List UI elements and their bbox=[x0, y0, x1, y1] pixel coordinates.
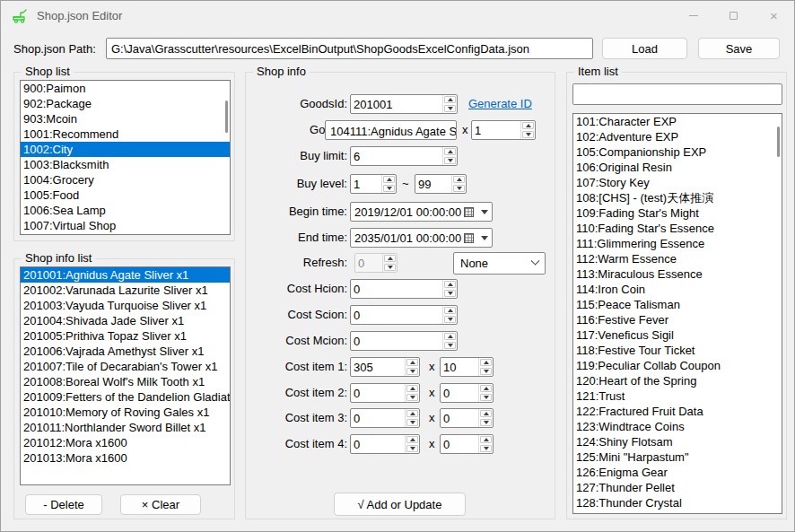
spinner-arrows-icon[interactable] bbox=[405, 384, 419, 402]
cost-item-2-id-spinner[interactable]: 0 bbox=[350, 383, 420, 403]
spinner-arrows-icon[interactable] bbox=[405, 435, 419, 453]
scrollbar-thumb[interactable] bbox=[225, 100, 228, 133]
path-input[interactable] bbox=[106, 38, 593, 59]
list-item[interactable]: 127:Thunder Pellet bbox=[573, 480, 782, 495]
item-listbox[interactable]: 101:Character EXP102:Adventure EXP105:Co… bbox=[572, 113, 782, 514]
list-item[interactable]: 201013:Mora x1600 bbox=[21, 450, 230, 466]
shop-listbox[interactable]: 900:Paimon902:Package903:Mcoin1001:Recom… bbox=[20, 80, 231, 235]
spinner-arrows-icon[interactable] bbox=[478, 358, 493, 376]
list-item[interactable]: 111:Glimmering Essence bbox=[573, 236, 782, 251]
load-button[interactable]: Load bbox=[602, 38, 687, 59]
list-item[interactable]: 1003:Blacksmith bbox=[21, 157, 230, 172]
maximize-button[interactable] bbox=[713, 1, 754, 30]
cost-item-1-id-spinner[interactable]: 305 bbox=[350, 357, 420, 377]
list-item[interactable]: 126:Enigma Gear bbox=[573, 465, 782, 480]
list-item[interactable]: 113:Miraculous Essence bbox=[573, 266, 782, 282]
list-item[interactable]: 119:Peculiar Collab Coupon bbox=[573, 358, 782, 373]
spinner-arrows-icon[interactable] bbox=[442, 95, 457, 113]
list-item[interactable]: 107:Story Key bbox=[573, 175, 782, 190]
spinner-arrows-icon[interactable] bbox=[381, 175, 396, 193]
list-item[interactable]: 101:Character EXP bbox=[573, 114, 782, 129]
scrollbar-thumb[interactable] bbox=[777, 126, 780, 157]
list-item[interactable]: 102:Adventure EXP bbox=[573, 129, 782, 144]
list-item[interactable]: 201007:Tile of Decarabian's Tower x1 bbox=[21, 359, 230, 374]
minimize-button[interactable] bbox=[673, 1, 713, 30]
buy-limit-spinner[interactable]: 6 bbox=[350, 146, 458, 166]
goods-count-spinner[interactable]: 1 bbox=[471, 120, 536, 140]
list-item[interactable]: 1005:Food bbox=[21, 188, 230, 203]
goodsid-spinner[interactable]: 201001 bbox=[350, 94, 458, 114]
spinner-arrows-icon[interactable] bbox=[442, 147, 457, 165]
begin-time-picker[interactable]: 2019/12/01 00:00:00 bbox=[350, 202, 493, 222]
list-item[interactable]: 1001:Recommend bbox=[21, 126, 230, 142]
list-item[interactable]: 114:Iron Coin bbox=[573, 282, 782, 297]
add-or-update-button[interactable]: √ Add or Update bbox=[334, 493, 466, 516]
spinner-arrows-icon[interactable] bbox=[405, 409, 419, 427]
clear-button[interactable]: × Clear bbox=[120, 494, 201, 515]
list-item[interactable]: 124:Shiny Flotsam bbox=[573, 434, 782, 449]
list-item[interactable]: 112:Warm Essence bbox=[573, 251, 782, 266]
list-item[interactable]: 201006:Vajrada Amethyst Sliver x1 bbox=[21, 344, 230, 359]
cost-scion-spinner[interactable]: 0 bbox=[350, 305, 458, 325]
list-item[interactable]: 902:Package bbox=[21, 96, 230, 111]
list-item[interactable]: 1002:City bbox=[21, 142, 230, 157]
cost-item-2-count-spinner[interactable]: 0 bbox=[440, 383, 494, 403]
cost-item-3-id-spinner[interactable]: 0 bbox=[350, 408, 420, 428]
list-item[interactable]: 1004:Grocery bbox=[21, 172, 230, 188]
list-item[interactable]: 125:Mini "Harpastum" bbox=[573, 449, 782, 465]
spinner-arrows-icon[interactable] bbox=[442, 306, 457, 324]
goods-input[interactable]: 104111:Agnidus Agate Sliver bbox=[325, 120, 457, 140]
delete-button[interactable]: - Delete bbox=[25, 494, 102, 515]
cost-mcion-spinner[interactable]: 0 bbox=[350, 331, 458, 351]
spinner-arrows-icon[interactable] bbox=[442, 280, 457, 298]
list-item[interactable]: 110:Fading Star's Essence bbox=[573, 221, 782, 236]
list-item[interactable]: 201011:Northlander Sword Billet x1 bbox=[21, 420, 230, 435]
dropdown-arrow-icon[interactable] bbox=[481, 236, 488, 240]
list-item[interactable]: 201004:Shivada Jade Sliver x1 bbox=[21, 313, 230, 328]
list-item[interactable]: 903:Mcoin bbox=[21, 111, 230, 126]
list-item[interactable]: 1007:Virtual Shop bbox=[21, 218, 230, 233]
list-item[interactable]: 108:[CHS] - (test)天体推演 bbox=[573, 190, 782, 205]
list-item[interactable]: 201005:Prithiva Topaz Sliver x1 bbox=[21, 328, 230, 344]
list-item[interactable]: 201003:Vayuda Turquoise Sliver x1 bbox=[21, 298, 230, 313]
cost-item-4-id-spinner[interactable]: 0 bbox=[350, 434, 420, 454]
list-item[interactable]: 201012:Mora x1600 bbox=[21, 435, 230, 450]
list-item[interactable]: 201010:Memory of Roving Gales x1 bbox=[21, 405, 230, 420]
cost-hcion-spinner[interactable]: 0 bbox=[350, 279, 458, 299]
shop-info-listbox[interactable]: 201001:Agnidus Agate Sliver x1201002:Var… bbox=[20, 266, 231, 485]
spinner-arrows-icon[interactable] bbox=[405, 358, 419, 376]
spinner-arrows-icon[interactable] bbox=[478, 435, 493, 453]
cost-item-3-count-spinner[interactable]: 0 bbox=[440, 408, 494, 428]
buy-level-min-spinner[interactable]: 1 bbox=[350, 174, 397, 194]
list-item[interactable]: 900:Paimon bbox=[21, 81, 230, 96]
dropdown-arrow-icon[interactable] bbox=[481, 210, 488, 214]
spinner-arrows-icon[interactable] bbox=[451, 175, 466, 193]
refresh-mode-dropdown[interactable]: None bbox=[453, 252, 546, 275]
end-time-picker[interactable]: 2035/01/01 00:00:00 bbox=[350, 228, 493, 248]
list-item[interactable]: 120:Heart of the Spring bbox=[573, 373, 782, 388]
buy-level-max-spinner[interactable]: 99 bbox=[415, 174, 467, 194]
list-item[interactable]: 201008:Boreal Wolf's Milk Tooth x1 bbox=[21, 374, 230, 389]
item-search-input[interactable] bbox=[572, 83, 782, 105]
generate-id-link[interactable]: Generate ID bbox=[468, 94, 532, 114]
spinner-arrows-icon[interactable] bbox=[478, 384, 493, 402]
list-item[interactable]: 201002:Varunada Lazurite Sliver x1 bbox=[21, 283, 230, 298]
list-item[interactable]: 201009:Fetters of the Dandelion Gladiato… bbox=[21, 389, 230, 405]
list-item[interactable]: 123:Windtrace Coins bbox=[573, 419, 782, 434]
spinner-arrows-icon[interactable] bbox=[442, 332, 457, 350]
save-button[interactable]: Save bbox=[698, 38, 780, 59]
spinner-arrows-icon[interactable] bbox=[478, 409, 493, 427]
list-item[interactable]: 121:Trust bbox=[573, 388, 782, 404]
list-item[interactable]: 105:Companionship EXP bbox=[573, 144, 782, 160]
list-item[interactable]: 116:Festive Fever bbox=[573, 312, 782, 327]
list-item[interactable]: 117:Veneficus Sigil bbox=[573, 327, 782, 343]
spinner-arrows-icon[interactable] bbox=[520, 121, 535, 139]
list-item[interactable]: 122:Fractured Fruit Data bbox=[573, 404, 782, 419]
list-item[interactable]: 1006:Sea Lamp bbox=[21, 203, 230, 218]
cost-item-4-count-spinner[interactable]: 0 bbox=[440, 434, 494, 454]
list-item[interactable]: 128:Thunder Crystal bbox=[573, 495, 782, 510]
cost-item-1-count-spinner[interactable]: 10 bbox=[440, 357, 494, 377]
list-item[interactable]: 201001:Agnidus Agate Sliver x1 bbox=[21, 267, 230, 283]
list-item[interactable]: 106:Original Resin bbox=[573, 160, 782, 175]
list-item[interactable]: 115:Peace Talisman bbox=[573, 297, 782, 312]
